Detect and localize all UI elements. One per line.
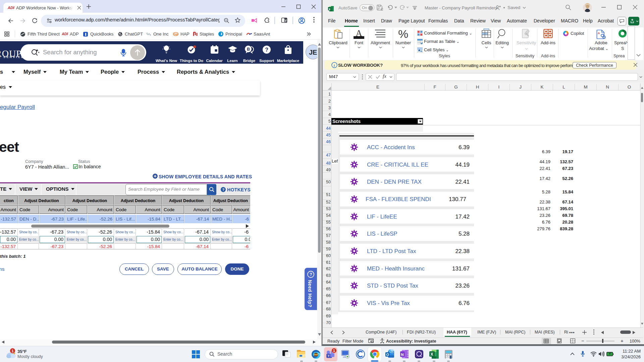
svg-text:T: T [328, 354, 330, 358]
svg-text:?: ? [265, 47, 268, 53]
svg-text:B: B [247, 47, 250, 52]
svg-text:ADP: ADP [8, 6, 14, 10]
svg-text:A: A [598, 32, 600, 35]
svg-text:i: i [334, 63, 335, 67]
svg-text:x: x [329, 7, 331, 11]
svg-text:ADP: ADP [62, 32, 68, 36]
svg-text:N: N [401, 353, 404, 357]
svg-text:O: O [386, 353, 389, 357]
svg-text:?: ? [310, 272, 312, 277]
svg-text:hap: hap [174, 33, 178, 36]
svg-text:?: ? [222, 188, 225, 192]
svg-text:X: X [431, 352, 433, 357]
